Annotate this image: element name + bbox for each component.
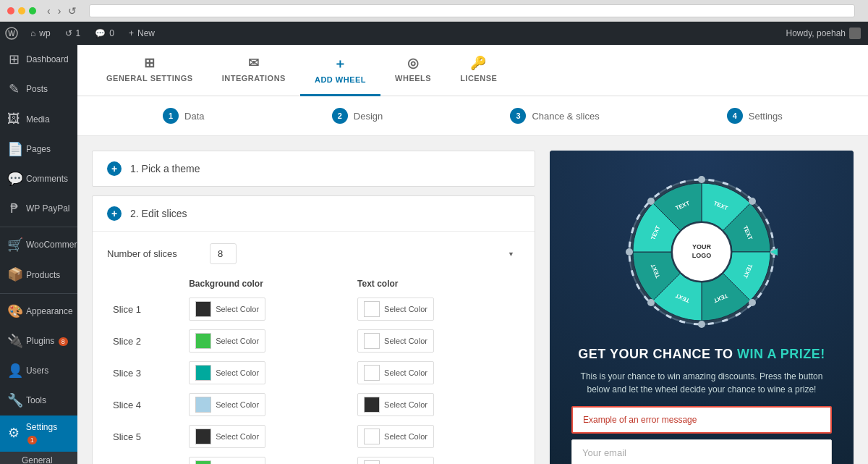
num-slices-select-wrapper: 8 4 6 10 12: [210, 243, 520, 264]
wp-admin-bar: W ⌂ wp ↺ 1 💬 0 + New Howdy, poehah: [0, 22, 868, 45]
submenu-general[interactable]: General: [0, 452, 77, 464]
sidebar-item-dashboard[interactable]: ⊞ Dashboard: [0, 45, 77, 75]
admin-bar-site[interactable]: ⌂ wp: [23, 22, 58, 45]
admin-bar-updates[interactable]: ↺ 1: [58, 22, 88, 45]
sidebar-item-posts[interactable]: ✎ Posts: [0, 75, 77, 104]
admin-bar-comments[interactable]: 💬 0: [88, 22, 122, 45]
edit-slices-toggle[interactable]: +: [107, 206, 122, 221]
tab-license[interactable]: 🔑 LICENSE: [446, 45, 511, 96]
sidebar-item-media[interactable]: 🖼 Media: [0, 104, 77, 134]
slice-5-text-color-btn[interactable]: Select Color: [357, 425, 434, 448]
num-slices-select[interactable]: 8 4 6 10 12: [210, 243, 237, 264]
settings-icon: ⚙: [7, 424, 20, 442]
admin-bar-new[interactable]: + New: [122, 22, 162, 45]
svg-point-18: [749, 299, 756, 306]
edit-slices-header[interactable]: + 2. Edit slices: [93, 196, 535, 231]
sidebar-label-settings: Settings 1: [26, 421, 70, 446]
edit-slices-title: 2. Edit slices: [130, 208, 187, 219]
slice-2-bg-color-btn[interactable]: Select Color: [189, 329, 265, 353]
sidebar-item-plugins[interactable]: 🔌 Plugins 8: [0, 326, 77, 356]
tab-general-settings-label: GENERAL SETTINGS: [106, 74, 193, 83]
sidebar-label-media: Media: [26, 114, 50, 126]
plugins-badge: 8: [59, 337, 68, 346]
slice-label-2: Slice 2: [113, 336, 141, 347]
sidebar-item-wppaypal[interactable]: ₱ WP PayPal: [0, 194, 77, 224]
slice-3-text-label: Select Color: [384, 368, 427, 377]
wizard-step-data[interactable]: 1 Data: [163, 108, 204, 124]
sidebar-item-tools[interactable]: 🔧 Tools: [0, 386, 77, 416]
slice-3-bg-swatch: [195, 365, 211, 381]
slice-5-bg-label: Select Color: [216, 432, 259, 441]
sidebar-item-settings[interactable]: ⚙ Settings 1: [0, 416, 77, 452]
pick-theme-toggle[interactable]: +: [107, 161, 122, 176]
maximize-dot[interactable]: [29, 7, 36, 14]
slice-1-text-color-btn[interactable]: Select Color: [357, 298, 434, 321]
preview-panel: TEXTTEXTTEXTTEXTTEXTTEXTTEXTTEXT YOUR LO…: [550, 151, 854, 464]
slice-6-text-swatch: [364, 460, 380, 464]
sidebar-label-woocommerce: WooCommerce: [26, 239, 77, 251]
comments-count: 0: [109, 28, 114, 38]
updates-icon: ↺: [65, 28, 72, 38]
sidebar-item-woocommerce[interactable]: 🛒 WooCommerce: [0, 230, 77, 260]
sidebar-item-pages[interactable]: 📄 Pages: [0, 135, 77, 164]
close-dot[interactable]: [7, 7, 14, 14]
slice-1-bg-color-btn[interactable]: Select Color: [189, 298, 265, 321]
slice-3-bg-color-btn[interactable]: Select Color: [189, 361, 265, 384]
svg-point-22: [647, 198, 655, 205]
slice-1-text-label: Select Color: [384, 305, 427, 313]
preview-content: TEXTTEXTTEXTTEXTTEXTTEXTTEXTTEXT YOUR LO…: [564, 165, 839, 464]
minimize-dot[interactable]: [18, 7, 25, 14]
plugin-tabs: ⊞ GENERAL SETTINGS ✉ INTEGRATIONS ＋ ADD …: [77, 45, 868, 96]
slice-label-3: Slice 3: [113, 368, 141, 379]
wizard-step-1-num: 1: [163, 108, 179, 124]
edit-slices-section: + 2. Edit slices Number of slices 8 4: [92, 195, 535, 464]
slice-table: Background color Text color Slice 1 Sele…: [107, 274, 520, 464]
pick-theme-header[interactable]: + 1. Pick a theme: [93, 151, 535, 186]
settings-badge: 1: [27, 436, 37, 444]
slice-4-bg-color-btn[interactable]: Select Color: [189, 393, 265, 416]
admin-bar-site-label: wp: [39, 28, 50, 38]
tab-integrations[interactable]: ✉ INTEGRATIONS: [208, 45, 300, 96]
wizard-step-chance[interactable]: 3 Chance & slices: [510, 108, 599, 124]
tab-general-settings[interactable]: ⊞ GENERAL SETTINGS: [92, 45, 208, 96]
slice-3-bg-label: Select Color: [216, 368, 259, 377]
sidebar-label-appearance: Appearance: [26, 305, 73, 318]
content-left: + 1. Pick a theme + 2. Edit slices: [92, 151, 535, 464]
sidebar-item-appearance[interactable]: 🎨 Appearance: [0, 297, 77, 326]
wizard-step-design[interactable]: 2 Design: [332, 108, 383, 124]
comments-menu-icon: 💬: [7, 170, 20, 188]
refresh-button[interactable]: ↺: [66, 5, 79, 17]
tab-add-wheel[interactable]: ＋ ADD WHEEL: [300, 45, 380, 96]
wppaypal-icon: ₱: [7, 200, 20, 218]
preview-error-text: Example of an error message: [583, 415, 697, 425]
sidebar-item-products[interactable]: 📦 Products: [0, 260, 77, 290]
preview-email-field: Your email: [571, 439, 832, 464]
wizard-step-1-label: Data: [184, 111, 204, 122]
slice-6-bg-color-btn[interactable]: Select Color: [189, 457, 265, 464]
preview-title-part1: GET YOUR CHANCE TO: [578, 347, 737, 361]
slice-2-text-color-btn[interactable]: Select Color: [357, 329, 434, 353]
sidebar-label-products: Products: [26, 269, 60, 282]
tab-wheels[interactable]: ◎ WHEELS: [380, 45, 446, 96]
slice-4-text-swatch: [364, 397, 380, 413]
sidebar-item-users[interactable]: 👤 Users: [0, 356, 77, 386]
wizard-step-3-num: 3: [510, 108, 526, 124]
wizard-step-settings[interactable]: 4 Settings: [727, 108, 783, 124]
back-button[interactable]: ‹: [45, 5, 53, 17]
pick-theme-section: + 1. Pick a theme: [92, 151, 535, 187]
main-content: ⊞ GENERAL SETTINGS ✉ INTEGRATIONS ＋ ADD …: [77, 45, 868, 464]
wp-logo[interactable]: W: [0, 22, 23, 45]
preview-text-container: GET YOUR CHANCE TO WIN A PRIZE! This is …: [564, 346, 839, 464]
address-bar[interactable]: [89, 4, 855, 17]
sidebar-label-users: Users: [26, 365, 48, 377]
slice-2-text-label: Select Color: [384, 337, 427, 345]
sidebar-label-wppaypal: WP PayPal: [26, 203, 69, 215]
admin-bar-items: ⌂ wp ↺ 1 💬 0 + New: [23, 22, 779, 45]
slice-4-text-color-btn[interactable]: Select Color: [357, 393, 434, 416]
slice-3-text-color-btn[interactable]: Select Color: [357, 361, 434, 384]
wizard-step-3-label: Chance & slices: [532, 111, 599, 122]
slice-5-bg-color-btn[interactable]: Select Color: [189, 425, 265, 448]
sidebar-item-comments[interactable]: 💬 Comments: [0, 164, 77, 194]
slice-6-text-color-btn[interactable]: Select Color: [357, 457, 434, 464]
forward-button[interactable]: ›: [56, 5, 64, 17]
